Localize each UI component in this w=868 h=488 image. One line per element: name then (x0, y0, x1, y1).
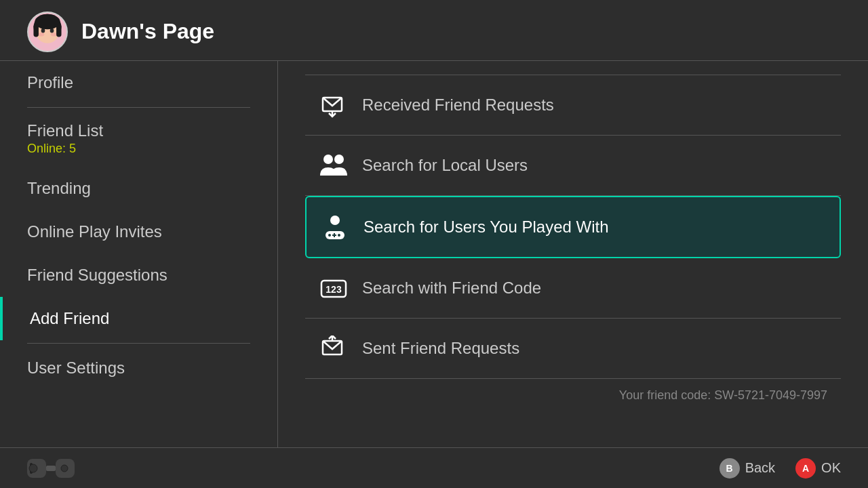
sidebar-item-friend-suggestions[interactable]: Friend Suggestions (0, 253, 277, 297)
sidebar-item-add-friend[interactable]: Add Friend (0, 297, 277, 340)
back-label: Back (745, 460, 775, 476)
ok-label: OK (821, 460, 841, 476)
sidebar-divider-1 (27, 107, 250, 108)
a-button-circle: A (795, 458, 816, 479)
footer-buttons: B Back A OK (719, 458, 841, 479)
search-friend-code-row[interactable]: 123 Search with Friend Code (305, 258, 841, 319)
search-local-users-label: Search for Local Users (362, 156, 528, 175)
sidebar: Profile Friend List Online: 5 Trending O… (0, 61, 278, 447)
sent-friend-requests-row[interactable]: Sent Friend Requests (305, 319, 841, 379)
content-area: Received Friend Requests Search for Loca… (278, 61, 868, 447)
sidebar-item-friend-list[interactable]: Friend List Online: 5 (0, 110, 277, 167)
sidebar-item-online-play-invites[interactable]: Online Play Invites (0, 210, 277, 253)
sidebar-item-trending[interactable]: Trending (0, 167, 277, 210)
svg-point-27 (61, 465, 68, 472)
search-local-users-row[interactable]: Search for Local Users (305, 136, 841, 196)
sidebar-divider-2 (27, 343, 250, 344)
svg-point-2 (38, 32, 44, 36)
page-title: Dawn's Page (81, 19, 214, 44)
svg-rect-8 (56, 24, 61, 37)
back-button[interactable]: B Back (719, 458, 775, 479)
search-friend-code-label: Search with Friend Code (362, 279, 541, 298)
avatar (27, 12, 68, 52)
ok-button[interactable]: A OK (795, 458, 841, 479)
svg-point-3 (51, 32, 57, 36)
search-local-icon (319, 150, 349, 180)
search-played-icon (320, 212, 350, 242)
svg-rect-18 (332, 235, 336, 236)
svg-point-11 (323, 155, 333, 164)
svg-point-13 (330, 216, 340, 225)
search-friend-code-icon: 123 (319, 273, 349, 303)
controller-icon (27, 456, 75, 481)
footer: B Back A OK (0, 447, 868, 488)
header: Dawn's Page (0, 0, 868, 61)
svg-point-12 (334, 155, 344, 164)
avatar-image (28, 12, 66, 52)
sent-requests-icon (319, 333, 349, 363)
search-played-with-row[interactable]: Search for Users You Played With (305, 196, 841, 258)
search-played-with-label: Search for Users You Played With (363, 218, 609, 237)
svg-rect-7 (33, 24, 38, 37)
svg-rect-28 (46, 466, 56, 471)
svg-point-25 (29, 464, 37, 472)
b-button-circle: B (719, 458, 740, 479)
svg-text:123: 123 (326, 284, 342, 295)
friend-code: Your friend code: SW-5721-7049-7997 (305, 379, 841, 403)
received-friend-requests-row[interactable]: Received Friend Requests (305, 75, 841, 136)
svg-point-15 (328, 234, 331, 237)
svg-point-16 (338, 234, 340, 237)
received-requests-icon (319, 90, 349, 120)
received-friend-requests-label: Received Friend Requests (362, 96, 554, 115)
main-layout: Profile Friend List Online: 5 Trending O… (0, 61, 868, 447)
sidebar-item-user-settings[interactable]: User Settings (0, 346, 277, 390)
sent-friend-requests-label: Sent Friend Requests (362, 339, 519, 358)
sidebar-item-profile[interactable]: Profile (0, 61, 277, 104)
